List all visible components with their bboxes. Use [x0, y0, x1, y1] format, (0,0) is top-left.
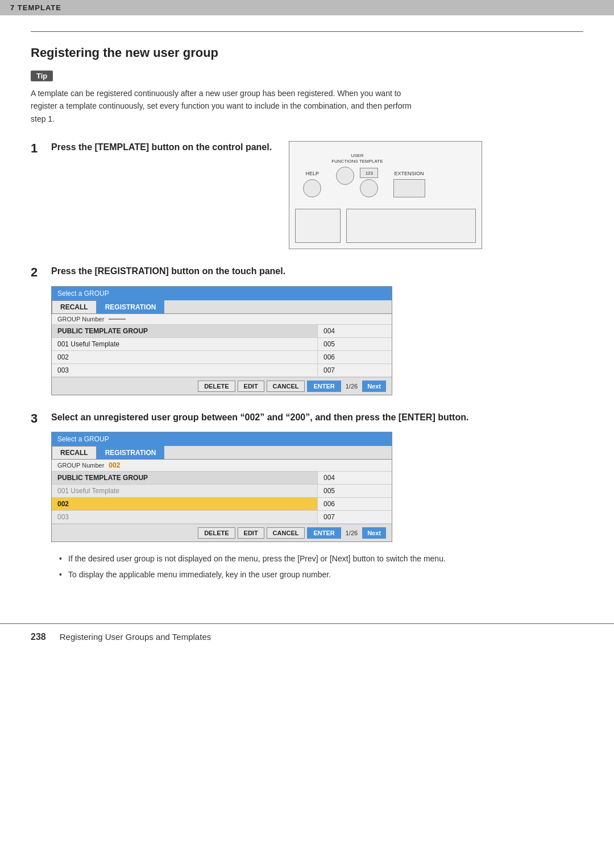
touch-cell-left-3-2[interactable]: 002 — [52, 498, 318, 510]
touch-cell-left-3-1[interactable]: 001 Useful Template — [52, 485, 318, 497]
delete-button-2[interactable]: DELETE — [198, 381, 235, 392]
help-label: HELP — [305, 171, 319, 176]
template-sub-group: 123 — [360, 166, 378, 197]
tab-registration-2[interactable]: REGISTRATION — [97, 300, 165, 313]
enter-button-3[interactable]: ENTER — [307, 527, 341, 539]
edit-button-2[interactable]: EDIT — [238, 381, 264, 392]
footer-text: Registering User Groups and Templates — [60, 632, 211, 642]
tab-recall-3[interactable]: RECALL — [52, 446, 97, 459]
touch-row-2-0: PUBLIC TEMPLATE GROUP 004 — [52, 325, 392, 338]
top-rule — [31, 31, 583, 32]
touch-row-3-0: PUBLIC TEMPLATE GROUP 004 — [52, 472, 392, 485]
touch-cell-right-3-0[interactable]: 004 — [318, 472, 392, 484]
panel-help-group: HELP — [303, 171, 321, 197]
step-3-text: Select an unregistered user group betwee… — [51, 411, 583, 424]
extension-button-rect — [393, 179, 425, 197]
panel-extension-group: EXTENSION — [393, 171, 425, 197]
touch-row-3-1: 001 Useful Template 005 — [52, 485, 392, 498]
touch-cell-right-3-1[interactable]: 005 — [318, 485, 392, 497]
step-2-text: Press the [REGISTRATION] button on the t… — [51, 265, 583, 278]
delete-button-3[interactable]: DELETE — [198, 527, 235, 539]
tip-text: A template can be registered continuousl… — [31, 87, 417, 125]
user-functions-button-circle — [336, 167, 354, 185]
touch-cell-left-3-0[interactable]: PUBLIC TEMPLATE GROUP — [52, 472, 318, 484]
step-3: 3 Select an unregistered user group betw… — [31, 411, 583, 585]
step-2-touch-panel: Select a GROUP RECALL REGISTRATION GROUP… — [51, 286, 392, 395]
help-button-circle — [303, 179, 321, 197]
tip-label: Tip — [31, 71, 53, 81]
touch-cell-right-2-3[interactable]: 007 — [318, 364, 392, 377]
touch-cell-left-2-1[interactable]: 001 Useful Template — [52, 338, 318, 350]
user-functions-label: USERFUNCTIONS TEMPLATE — [331, 153, 383, 164]
touch-cell-right-2-1[interactable]: 005 — [318, 338, 392, 350]
touch-cell-left-2-3[interactable]: 003 — [52, 364, 318, 377]
group-number-label-2: GROUP Number — [57, 316, 104, 323]
group-number-label-3: GROUP Number — [57, 462, 104, 469]
touch-cell-right-3-2[interactable]: 006 — [318, 498, 392, 510]
page-title: Registering the new user group — [31, 46, 583, 60]
footer-page-number: 238 — [31, 632, 46, 642]
step-1-content: Press the [TEMPLATE] button on the contr… — [51, 141, 583, 249]
page-footer: 238 Registering User Groups and Template… — [0, 623, 614, 650]
cancel-button-3[interactable]: CANCEL — [267, 527, 305, 539]
touch-cell-right-3-3[interactable]: 007 — [318, 511, 392, 523]
group-number-value-3: 002 — [109, 461, 120, 469]
bullet-item-2: To display the applicable menu immediate… — [68, 568, 583, 581]
touch-panel-footer-2: DELETE EDIT CANCEL ENTER 1/26 Next — [52, 377, 392, 395]
panel-buttons-row: HELP USERFUNCTIONS TEMPLATE 123 — [297, 147, 425, 197]
touch-panel-header-2: Select a GROUP — [52, 287, 392, 300]
touch-panel-rows-3: PUBLIC TEMPLATE GROUP 004 001 Useful Tem… — [52, 472, 392, 524]
tab-registration-3[interactable]: REGISTRATION — [97, 446, 165, 459]
step-3-content: Select an unregistered user group betwee… — [51, 411, 583, 585]
touch-panel-tabs-3: RECALL REGISTRATION — [52, 446, 392, 460]
template-button-circle — [360, 179, 378, 197]
touch-row-2-2: 002 006 — [52, 351, 392, 364]
footer-page-3: 1/26 — [346, 530, 358, 536]
cancel-button-2[interactable]: CANCEL — [267, 381, 305, 392]
touch-cell-right-2-2[interactable]: 006 — [318, 351, 392, 363]
next-button-3[interactable]: Next — [362, 527, 386, 539]
template-digit-display: 123 — [360, 168, 378, 178]
panel-user-functions-group: USERFUNCTIONS TEMPLATE 123 — [331, 153, 383, 197]
edit-button-3[interactable]: EDIT — [238, 527, 264, 539]
panel-bottom-left — [295, 209, 341, 243]
touch-cell-left-2-2[interactable]: 002 — [52, 351, 318, 363]
enter-button-2[interactable]: ENTER — [307, 381, 341, 392]
group-number-row-2: GROUP Number — [52, 314, 392, 325]
touch-row-3-3: 003 007 — [52, 511, 392, 524]
touch-panel-rows-2: PUBLIC TEMPLATE GROUP 004 001 Useful Tem… — [52, 325, 392, 377]
bullet-item-1: If the desired user group is not display… — [68, 552, 583, 565]
touch-cell-left-2-0[interactable]: PUBLIC TEMPLATE GROUP — [52, 325, 318, 337]
step-3-touch-panel: Select a GROUP RECALL REGISTRATION GROUP… — [51, 432, 392, 542]
header-bar: 7 TEMPLATE — [0, 0, 614, 15]
group-number-row-3: GROUP Number 002 — [52, 460, 392, 472]
step-1-number: 1 — [31, 141, 51, 156]
step-1-body: Press the [TEMPLATE] button on the contr… — [51, 141, 583, 249]
touch-panel-header-3: Select a GROUP — [52, 432, 392, 446]
touch-panel-tabs-2: RECALL REGISTRATION — [52, 300, 392, 314]
footer-page-2: 1/26 — [346, 383, 358, 390]
extension-label: EXTENSION — [395, 171, 424, 176]
header-label: 7 TEMPLATE — [10, 3, 61, 12]
step-1: 1 Press the [TEMPLATE] button on the con… — [31, 141, 583, 249]
bullet-list: If the desired user group is not display… — [51, 552, 583, 581]
panel-bottom-area — [289, 209, 482, 249]
tab-recall-2[interactable]: RECALL — [52, 300, 97, 313]
panel-bottom-right — [346, 209, 476, 243]
step-1-text: Press the [TEMPLATE] button on the contr… — [51, 141, 272, 154]
touch-row-2-1: 001 Useful Template 005 — [52, 338, 392, 351]
step-3-number: 3 — [31, 411, 51, 426]
next-button-2[interactable]: Next — [362, 381, 386, 392]
step-2-number: 2 — [31, 265, 51, 280]
touch-row-2-3: 003 007 — [52, 364, 392, 377]
group-dash-2 — [109, 319, 126, 320]
step-1-instruction: Press the [TEMPLATE] button on the contr… — [51, 141, 272, 162]
main-content: Registering the new user group Tip A tem… — [0, 15, 614, 623]
control-panel-illustration: HELP USERFUNCTIONS TEMPLATE 123 — [289, 141, 482, 249]
step-2-content: Press the [REGISTRATION] button on the t… — [51, 265, 583, 395]
touch-panel-footer-3: DELETE EDIT CANCEL ENTER 1/26 Next — [52, 524, 392, 542]
step-2: 2 Press the [REGISTRATION] button on the… — [31, 265, 583, 395]
touch-row-3-2: 002 006 — [52, 498, 392, 511]
touch-cell-right-2-0[interactable]: 004 — [318, 325, 392, 337]
touch-cell-left-3-3[interactable]: 003 — [52, 511, 318, 523]
